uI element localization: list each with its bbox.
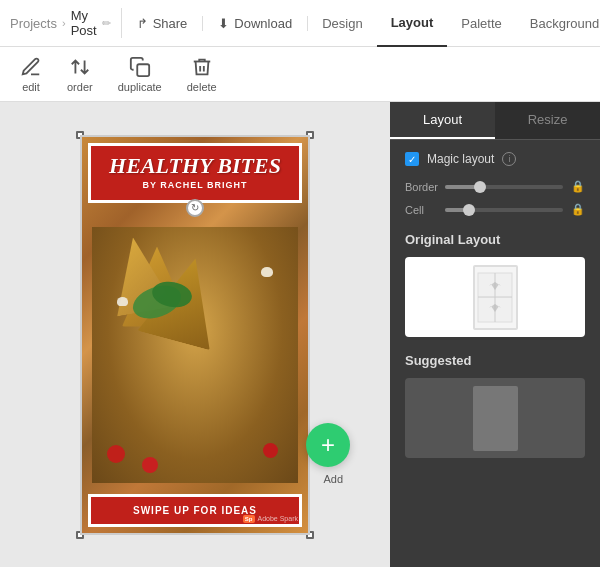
garlic1 — [261, 267, 273, 277]
delete-tool[interactable]: delete — [187, 56, 217, 93]
add-button-label: Add — [323, 473, 343, 485]
projects-link[interactable]: Projects — [10, 16, 57, 31]
tomato2 — [142, 457, 158, 473]
delete-label: delete — [187, 81, 217, 93]
duplicate-label: duplicate — [118, 81, 162, 93]
checkbox-check-icon: ✓ — [408, 154, 416, 165]
border-slider-thumb[interactable] — [474, 181, 486, 193]
food-placeholder — [92, 227, 298, 483]
order-tool[interactable]: order — [67, 56, 93, 93]
original-layout-title: Original Layout — [405, 232, 585, 247]
cell-lock-icon[interactable]: 🔒 — [571, 203, 585, 216]
border-slider-row: Border 🔒 — [405, 180, 585, 193]
edit-post-name-icon[interactable]: ✏ — [102, 17, 111, 30]
svg-rect-0 — [137, 64, 149, 76]
watermark: Sp Adobe Spark — [243, 515, 298, 523]
duplicate-tool[interactable]: duplicate — [118, 56, 162, 93]
canvas-wrapper: Healthy Bites By Rachel Bright ↻ Swipe U… — [80, 135, 310, 535]
border-slider-track[interactable] — [445, 185, 563, 189]
layout-card-inner — [473, 265, 518, 330]
rotate-handle[interactable]: ↻ — [186, 199, 204, 217]
suggested-card-inner — [473, 386, 518, 451]
panel-content: ✓ Magic layout i Border 🔒 Cell — [390, 140, 600, 567]
panel-tab-resize[interactable]: Resize — [495, 102, 600, 139]
canvas-area: Healthy Bites By Rachel Bright ↻ Swipe U… — [0, 102, 390, 567]
cell-slider-track[interactable] — [445, 208, 563, 212]
top-nav: Projects › My Post ✏ ↱ Share ⬇ Download … — [0, 0, 600, 47]
share-label: Share — [153, 16, 188, 31]
add-icon: + — [321, 433, 335, 457]
sp-logo: Sp — [243, 515, 255, 523]
original-layout-card[interactable] — [405, 257, 585, 337]
tomato3 — [263, 443, 278, 458]
order-label: order — [67, 81, 93, 93]
garlic2 — [117, 297, 128, 306]
cover-subtitle: By Rachel Bright — [101, 180, 289, 190]
border-label: Border — [405, 181, 437, 193]
adobe-spark-text: Adobe Spark — [258, 515, 298, 522]
share-button[interactable]: ↱ Share — [122, 16, 204, 31]
cell-label: Cell — [405, 204, 437, 216]
cell-slider-thumb[interactable] — [463, 204, 475, 216]
edit-tool[interactable]: edit — [20, 56, 42, 93]
suggested-title: Suggested — [405, 353, 585, 368]
tab-layout[interactable]: Layout — [377, 0, 448, 47]
add-button[interactable]: + — [306, 423, 350, 467]
nav-tabs: Design Layout Palette Background Text — [308, 0, 600, 47]
breadcrumb-separator: › — [62, 17, 66, 29]
layout-grid — [405, 257, 585, 337]
edit-label: edit — [22, 81, 40, 93]
panel-tab-layout[interactable]: Layout — [390, 102, 495, 139]
cell-slider-row: Cell 🔒 — [405, 203, 585, 216]
cover-title: Healthy Bites — [101, 154, 289, 178]
panel-tabs: Layout Resize — [390, 102, 600, 140]
tab-design[interactable]: Design — [308, 0, 376, 47]
magic-layout-label: Magic layout — [427, 152, 494, 166]
tab-palette[interactable]: Palette — [447, 0, 515, 47]
tomato1 — [107, 445, 125, 463]
right-panel: Layout Resize ✓ Magic layout i Border — [390, 102, 600, 567]
toolbar: edit order duplicate delete — [0, 47, 600, 102]
magic-layout-checkbox[interactable]: ✓ — [405, 152, 419, 166]
magic-layout-info-icon[interactable]: i — [502, 152, 516, 166]
design-canvas[interactable]: Healthy Bites By Rachel Bright ↻ Swipe U… — [80, 135, 310, 535]
layout-preview-icon — [475, 270, 515, 325]
border-lock-icon[interactable]: 🔒 — [571, 180, 585, 193]
cover-top-banner: Healthy Bites By Rachel Bright — [88, 143, 302, 203]
download-label: Download — [234, 16, 292, 31]
main-area: Healthy Bites By Rachel Bright ↻ Swipe U… — [0, 102, 600, 567]
magic-layout-row: ✓ Magic layout i — [405, 152, 585, 166]
cover-background: Healthy Bites By Rachel Bright ↻ Swipe U… — [82, 137, 308, 533]
suggested-layout-card[interactable] — [405, 378, 585, 458]
food-image — [92, 227, 298, 483]
download-button[interactable]: ⬇ Download — [203, 16, 308, 31]
breadcrumb: Projects › My Post ✏ — [10, 8, 122, 38]
post-name[interactable]: My Post — [71, 8, 97, 38]
download-icon: ⬇ — [218, 16, 229, 31]
share-icon: ↱ — [137, 16, 148, 31]
tab-background[interactable]: Background — [516, 0, 600, 47]
